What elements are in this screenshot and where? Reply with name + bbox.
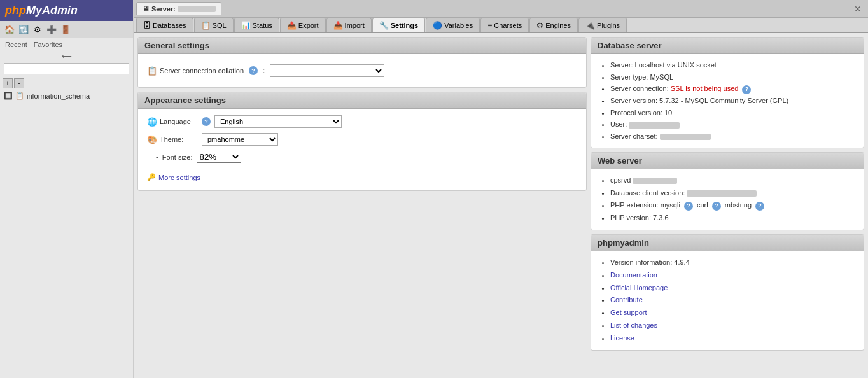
curl-info-icon[interactable]: ?: [712, 202, 721, 211]
appearance-settings-body: 🌐 Language ? English French German Spani…: [138, 109, 586, 190]
phpmyadmin-panel: phpmyadmin Version information: 4.9.4 Do…: [591, 234, 864, 351]
collation-select[interactable]: utf8_general_ci utf8mb4_general_ci latin…: [270, 64, 384, 77]
tab-status[interactable]: 📊 Status: [234, 18, 279, 32]
tab-plugins[interactable]: 🔌 Plugins: [578, 18, 627, 32]
collapse-all-button[interactable]: -: [14, 78, 24, 88]
contribute-link[interactable]: Contribute: [610, 296, 643, 304]
server-version-value: 5.7.32 - MySQL Community Server (GPL): [659, 97, 788, 104]
support-link[interactable]: Get support: [610, 309, 647, 316]
list-item: cpsrvd: [610, 174, 855, 187]
appearance-settings-header: Appearance settings: [138, 92, 586, 109]
tab-export-label: Export: [298, 22, 319, 29]
server-tab-label: Server:: [151, 5, 176, 13]
main-area: 🖥 Server: ✕ 🗄 Databases 📋 SQL 📊 Status 📤…: [134, 0, 868, 378]
nav-tabs: 🗄 Databases 📋 SQL 📊 Status 📤 Export 📥 Im…: [134, 18, 868, 33]
db-client-label: Database client version:: [610, 189, 685, 197]
language-label: 🌐 Language: [147, 117, 198, 127]
sidebar-search: [0, 62, 133, 76]
server-icon: 🖥: [142, 4, 150, 13]
tab-import-label: Import: [345, 22, 365, 29]
list-item: Server version: 5.7.32 - MySQL Community…: [610, 95, 855, 107]
font-size-row: • Font size: 72% 82% 92% 100% 112%: [147, 151, 577, 163]
collation-row: 📋 Server connection collation ? : utf8_g…: [147, 60, 577, 81]
collation-label: 📋 Server connection collation: [147, 66, 244, 76]
server-connection-value: SSL is not being used: [671, 85, 739, 92]
tab-import[interactable]: 📥 Import: [326, 18, 372, 32]
tab-export[interactable]: 📤 Export: [280, 18, 326, 32]
import-icon: 📥: [333, 21, 343, 30]
recent-favorites-bar: Recent Favorites: [0, 38, 133, 51]
language-select[interactable]: English French German Spanish Chinese: [214, 115, 342, 128]
list-item[interactable]: 🔲 📋 information_schema: [3, 91, 130, 101]
list-item: Version information: 4.9.4: [610, 256, 855, 269]
list-item: User:: [610, 118, 855, 130]
language-info-icon[interactable]: ?: [202, 117, 211, 126]
server-version-label: Server version:: [610, 97, 657, 104]
tree-controls: + -: [3, 78, 130, 88]
charset-value-blurred: [660, 134, 711, 140]
list-item: Protocol version: 10: [610, 107, 855, 119]
collation-info-icon[interactable]: ?: [249, 66, 258, 75]
reload-icon[interactable]: 🔃: [18, 24, 29, 35]
homepage-link[interactable]: Official Homepage: [610, 284, 668, 291]
tab-sql[interactable]: 📋 SQL: [194, 18, 234, 32]
more-settings-row: 🔑 More settings: [147, 168, 577, 184]
font-size-select[interactable]: 72% 82% 92% 100% 112%: [197, 151, 241, 163]
status-icon: 📊: [241, 21, 251, 30]
more-settings-link[interactable]: 🔑 More settings: [147, 171, 577, 181]
tab-plugins-label: Plugins: [597, 22, 620, 29]
documentation-link[interactable]: Documentation: [610, 271, 657, 279]
general-settings-body: 📋 Server connection collation ? : utf8_g…: [138, 54, 586, 87]
general-settings-header: General settings: [138, 38, 586, 54]
db-server-panel: Database server Server: Localhost via UN…: [591, 37, 864, 148]
sql-icon: 📋: [201, 21, 211, 30]
list-item: PHP version: 7.3.6: [610, 212, 855, 225]
php-version-value: 7.3.6: [653, 214, 668, 221]
left-column: General settings 📋 Server connection col…: [137, 37, 587, 374]
connection-info-icon[interactable]: ?: [742, 85, 751, 94]
topbar: 🖥 Server: ✕: [134, 0, 868, 18]
favorites-link[interactable]: Favorites: [34, 41, 62, 48]
db-server-header: Database server: [591, 38, 864, 54]
list-item: Database client version:: [610, 187, 855, 200]
db-server-body: Server: Localhost via UNIX socket Server…: [591, 54, 864, 148]
export-icon: 📤: [287, 21, 297, 30]
recent-link[interactable]: Recent: [5, 41, 27, 48]
tab-sql-label: SQL: [213, 22, 227, 29]
tab-databases[interactable]: 🗄 Databases: [136, 18, 193, 32]
collapse-sidebar-button[interactable]: ⟵: [0, 51, 133, 62]
license-link[interactable]: License: [610, 334, 634, 342]
more-settings-icon: 🔑: [147, 173, 156, 181]
tab-charsets[interactable]: ≡ Charsets: [480, 18, 529, 32]
mbstring-info-icon[interactable]: ?: [755, 202, 764, 211]
version-label: Version information:: [610, 258, 672, 266]
home-icon[interactable]: 🏠: [4, 24, 15, 35]
changes-link[interactable]: List of changes: [610, 321, 657, 329]
web-server-panel: Web server cpsrvd Database client versio…: [591, 152, 864, 230]
tab-settings[interactable]: 🔧 Settings: [372, 18, 425, 32]
expand-all-button[interactable]: +: [3, 78, 13, 88]
list-item: Server type: MySQL: [610, 71, 855, 83]
protocol-label: Protocol version:: [610, 109, 662, 116]
right-column: Database server Server: Localhost via UN…: [591, 37, 864, 374]
theme-row: 🎨 Theme: pmahomme original: [147, 133, 577, 146]
charsets-icon: ≡: [487, 21, 492, 30]
list-item: List of changes: [610, 319, 855, 332]
server-tab[interactable]: 🖥 Server:: [136, 2, 221, 15]
settings-icon[interactable]: ⚙: [32, 24, 43, 35]
search-input[interactable]: [4, 63, 129, 74]
tab-variables[interactable]: 🔵 Variables: [426, 18, 480, 32]
theme-select[interactable]: pmahomme original: [202, 133, 278, 146]
tab-engines-label: Engines: [545, 22, 571, 29]
appearance-settings-panel: Appearance settings 🌐 Language ? English…: [137, 92, 587, 191]
logout-icon[interactable]: 🚪: [60, 24, 71, 35]
tab-variables-label: Variables: [444, 22, 473, 29]
add-icon[interactable]: ➕: [46, 24, 57, 35]
mysqli-info-icon[interactable]: ?: [684, 202, 693, 211]
database-icon: 🔲: [4, 92, 13, 100]
sidebar-nav-icons: 🏠 🔃 ⚙ ➕ 🚪: [0, 21, 133, 38]
close-button[interactable]: ✕: [850, 3, 865, 15]
general-settings-panel: General settings 📋 Server connection col…: [137, 37, 587, 88]
tab-engines[interactable]: ⚙ Engines: [529, 18, 578, 32]
settings-tab-icon: 🔧: [379, 21, 389, 30]
